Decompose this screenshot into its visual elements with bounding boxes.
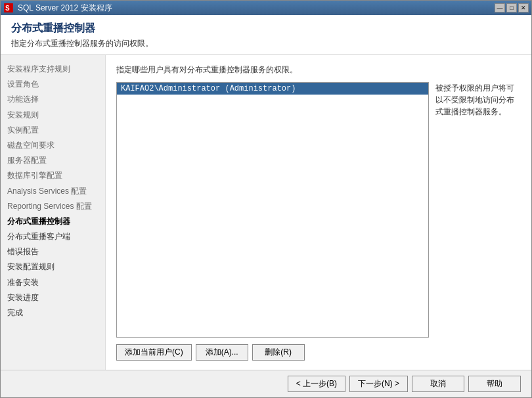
minimize-button[interactable]: — (495, 3, 505, 12)
app-icon: S (3, 3, 14, 13)
maximize-button[interactable]: □ (506, 3, 517, 12)
page-title: 分布式重播控制器 (11, 22, 521, 35)
remove-button[interactable]: 删除(R) (252, 344, 305, 361)
sidebar-item-12[interactable]: 错误报告 (1, 244, 105, 259)
window-controls: — □ ✕ (495, 3, 529, 12)
list-item-0[interactable]: KAIFAO2\Administrator (Administrator) (117, 83, 428, 95)
sidebar: 安装程序支持规则 设置角色 功能选择 安装规则 实例配置 磁盘空间要求 服务器配… (1, 55, 106, 370)
page-subtitle: 指定分布式重播控制器服务的访问权限。 (11, 38, 521, 49)
main-window: S SQL Server 2012 安装程序 — □ ✕ 分布式重播控制器 指定… (0, 0, 532, 398)
sidebar-item-8[interactable]: Analysis Services 配置 (1, 184, 105, 199)
sidebar-item-2[interactable]: 功能选择 (1, 92, 105, 107)
sidebar-item-14[interactable]: 准备安装 (1, 275, 105, 290)
sidebar-item-6[interactable]: 服务器配置 (1, 153, 105, 168)
add-current-user-button[interactable]: 添加当前用户(C) (116, 344, 192, 361)
sidebar-item-10[interactable]: 分布式重播控制器 (1, 214, 105, 229)
footer: < 上一步(B) 下一步(N) > 取消 帮助 (1, 370, 531, 397)
next-button[interactable]: 下一步(N) > (349, 376, 408, 392)
sidebar-item-3[interactable]: 安装规则 (1, 108, 105, 123)
users-list[interactable]: KAIFAO2\Administrator (Administrator) (116, 82, 429, 338)
main-panel: 指定哪些用户具有对分布式重播控制器服务的权限。 KAIFAO2\Administ… (106, 55, 531, 370)
panel-body: KAIFAO2\Administrator (Administrator) 被授… (116, 82, 521, 338)
title-bar: S SQL Server 2012 安装程序 — □ ✕ (1, 1, 531, 15)
sidebar-item-13[interactable]: 安装配置规则 (1, 259, 105, 275)
add-button[interactable]: 添加(A)... (196, 344, 248, 361)
content-area: 安装程序支持规则 设置角色 功能选择 安装规则 实例配置 磁盘空间要求 服务器配… (1, 55, 531, 370)
sidebar-item-16[interactable]: 完成 (1, 305, 105, 321)
title-bar-left: S SQL Server 2012 安装程序 (3, 3, 112, 14)
help-button[interactable]: 帮助 (468, 376, 521, 392)
sidebar-item-9[interactable]: Reporting Services 配置 (1, 199, 105, 214)
cancel-button[interactable]: 取消 (412, 376, 464, 392)
action-buttons: 添加当前用户(C) 添加(A)... 删除(R) (116, 344, 521, 361)
main-description: 指定哪些用户具有对分布式重播控制器服务的权限。 (116, 64, 521, 76)
sidebar-item-5[interactable]: 磁盘空间要求 (1, 138, 105, 153)
close-button[interactable]: ✕ (518, 3, 529, 12)
sidebar-item-1[interactable]: 设置角色 (1, 77, 105, 92)
window-title: SQL Server 2012 安装程序 (18, 3, 112, 14)
sidebar-item-7[interactable]: 数据库引擎配置 (1, 168, 105, 183)
right-description: 被授予权限的用户将可以不受限制地访问分布式重播控制器服务。 (435, 82, 521, 338)
sidebar-item-11[interactable]: 分布式重播客户端 (1, 229, 105, 244)
header-area: 分布式重播控制器 指定分布式重播控制器服务的访问权限。 (1, 15, 531, 55)
sidebar-item-15[interactable]: 安装进度 (1, 290, 105, 305)
back-button[interactable]: < 上一步(B) (288, 376, 345, 392)
svg-text:S: S (5, 5, 10, 12)
sidebar-item-0[interactable]: 安装程序支持规则 (1, 62, 105, 77)
sidebar-item-4[interactable]: 实例配置 (1, 123, 105, 138)
